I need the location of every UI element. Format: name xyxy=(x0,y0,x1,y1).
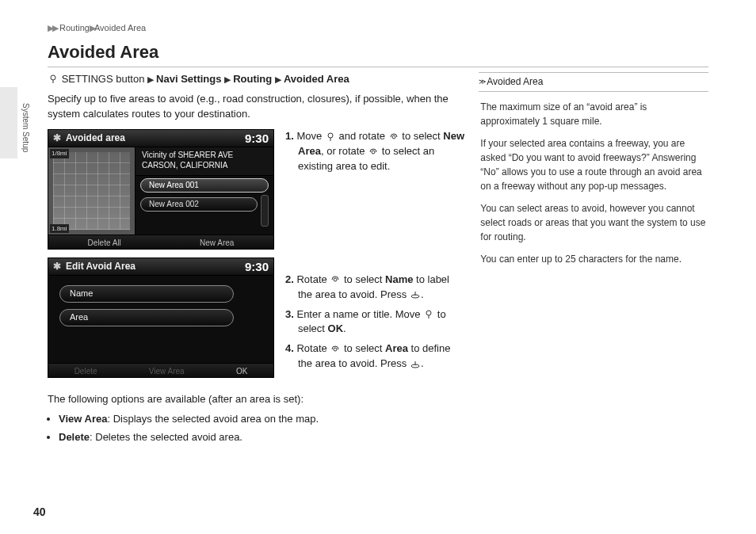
page-number: 40 xyxy=(33,504,46,520)
nav-step: Navi Settings xyxy=(156,73,221,85)
section-label: System Setup xyxy=(19,103,31,152)
option-delete: Delete: Deletes the selected avoid area. xyxy=(59,430,464,445)
option-view-area: View Area: Displays the selected avoid a… xyxy=(59,412,464,427)
marker-icon: ≫ xyxy=(479,77,483,87)
step-text: , or rotate xyxy=(321,145,368,157)
step-bold: Name xyxy=(385,273,413,285)
side-tab xyxy=(0,87,17,158)
name-field[interactable]: Name xyxy=(59,285,234,303)
chevron-icon: ▶▶ xyxy=(48,23,57,32)
step-text: . xyxy=(421,357,424,369)
svg-point-5 xyxy=(372,151,375,154)
svg-point-4 xyxy=(392,135,395,139)
nav-path: SETTINGS button ▶ Navi Settings ▶ Routin… xyxy=(48,72,464,87)
rotate-icon xyxy=(330,275,341,284)
scale-bottom: 1.8mi xyxy=(50,224,69,234)
footer-delete-all[interactable]: Delete All xyxy=(88,238,121,250)
side-note: You can enter up to 25 characters for th… xyxy=(480,252,707,266)
list-item[interactable]: New Area 001 xyxy=(140,178,269,193)
step-text: Enter a name or title. Move xyxy=(296,308,423,320)
nav-step: Routing xyxy=(233,73,272,85)
area-list: Vicinity of SHEARER AVE CARSON, CALIFORN… xyxy=(136,147,273,235)
step-bold: OK xyxy=(328,322,344,334)
list-item[interactable]: New Area 002 xyxy=(140,197,258,212)
chevron-icon: ▶ xyxy=(147,74,156,84)
page-title: Avoided Area xyxy=(48,40,708,67)
instruction-steps: 1. Move and rotate to select New Area, o… xyxy=(285,129,464,386)
step-1: 1. Move and rotate to select New Area, o… xyxy=(285,129,464,174)
clock: 9:30 xyxy=(245,130,269,147)
side-note: The maximum size of an “avoid area” is a… xyxy=(480,100,707,128)
after-options-text: The following options are available (aft… xyxy=(48,392,464,407)
device-footer: Delete View Area OK xyxy=(48,363,273,378)
step-text: to select xyxy=(399,130,444,142)
area-field[interactable]: Area xyxy=(59,309,234,326)
device-header: ✱ Edit Avoid Area 9:30 xyxy=(48,258,273,276)
device-title: Edit Avoid Area xyxy=(66,260,136,273)
rotate-icon xyxy=(368,147,379,157)
step-3: 3. Enter a name or title. Move to select… xyxy=(285,307,464,338)
option-name: View Area xyxy=(59,413,107,425)
svg-point-0 xyxy=(51,75,55,80)
breadcrumb-l2: Avoided Area xyxy=(94,23,146,32)
option-desc: : Displays the selected avoid area on th… xyxy=(107,413,319,425)
step-bold: Area xyxy=(385,342,408,354)
side-note: If your selected area contains a freeway… xyxy=(480,136,707,193)
step-2: 2. Rotate to select Name to label the ar… xyxy=(285,273,464,303)
map-preview: 1/8mi 1.8mi xyxy=(48,147,136,235)
screenshot-edit-avoid-area: ✱ Edit Avoid Area 9:30 Name Area Delete … xyxy=(48,257,274,378)
step-text: and rotate xyxy=(336,130,388,142)
clock: 9:30 xyxy=(245,258,269,276)
scale-top: 1/8mi xyxy=(50,149,69,158)
chevron-icon: ▶ xyxy=(224,74,233,84)
step-text: Rotate xyxy=(296,342,330,354)
side-heading: ≫ Avoided Area xyxy=(479,72,708,92)
footer-new-area[interactable]: New Area xyxy=(200,238,234,250)
side-heading-text: Avoided Area xyxy=(487,75,543,89)
option-name: Delete xyxy=(59,431,90,443)
scrollbar[interactable] xyxy=(261,195,269,227)
main-column: SETTINGS button ▶ Navi Settings ▶ Routin… xyxy=(48,72,464,448)
side-column: ≫ Avoided Area The maximum size of an “a… xyxy=(479,72,708,448)
svg-point-9 xyxy=(426,311,431,315)
nav-prefix: SETTINGS button xyxy=(62,73,145,85)
chevron-icon: ▶ xyxy=(275,74,284,84)
footer-view-area[interactable]: View Area xyxy=(149,366,185,378)
device-header: ✱ Avoided area 9:30 xyxy=(48,130,273,147)
nav-step: Avoided Area xyxy=(284,73,349,85)
svg-point-2 xyxy=(328,133,333,138)
option-desc: : Deletes the selected avoid area. xyxy=(90,431,242,443)
options-list: View Area: Displays the selected avoid a… xyxy=(48,412,464,445)
vicinity-text: Vicinity of SHEARER AVE CARSON, CALIFORN… xyxy=(136,147,273,176)
move-icon xyxy=(325,132,336,142)
device-footer: Delete All New Area xyxy=(48,235,273,250)
step-text: Move xyxy=(296,130,324,142)
step-4: 4. Rotate to select Area to define the a… xyxy=(285,341,464,372)
press-icon xyxy=(410,290,421,299)
step-text: to select xyxy=(341,273,385,285)
svg-point-6 xyxy=(334,278,337,281)
breadcrumb-l1: Routing xyxy=(59,23,90,32)
footer-delete[interactable]: Delete xyxy=(74,366,97,378)
rotate-icon xyxy=(330,345,341,354)
device-title: Avoided area xyxy=(66,132,125,145)
step-text: . xyxy=(343,322,346,334)
side-note: You can select areas to avoid, however y… xyxy=(480,201,707,244)
rotate-icon xyxy=(388,132,399,142)
gear-icon: ✱ xyxy=(53,132,61,145)
vicinity-line2: CARSON, CALIFORNIA xyxy=(142,161,267,171)
step-text: to select xyxy=(341,342,385,354)
step-text: Rotate xyxy=(296,273,330,285)
settings-knob-icon xyxy=(48,74,59,84)
gear-icon: ✱ xyxy=(53,260,61,273)
press-icon xyxy=(410,360,421,369)
screenshot-avoided-area: ✱ Avoided area 9:30 1/8mi 1.8mi Vicinity… xyxy=(48,129,274,250)
vicinity-line1: Vicinity of SHEARER AVE xyxy=(142,151,267,161)
intro-text: Specify up to five areas to avoid (e.g.,… xyxy=(48,92,464,122)
step-text: . xyxy=(421,288,424,300)
breadcrumb: ▶▶ Routing▶Avoided Area xyxy=(48,22,708,35)
move-icon xyxy=(423,310,434,319)
footer-ok[interactable]: OK xyxy=(236,366,247,378)
svg-point-11 xyxy=(334,348,337,351)
